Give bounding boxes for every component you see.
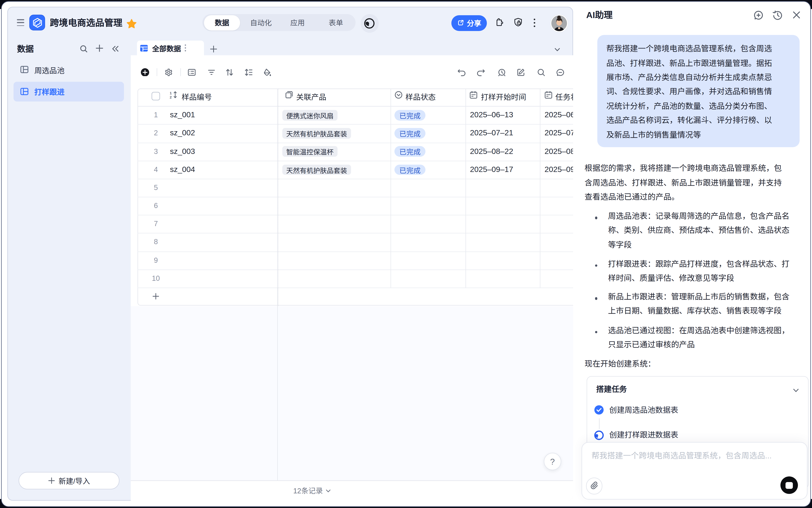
svg-text:2: 2 <box>170 95 172 99</box>
svg-text:1: 1 <box>170 91 172 95</box>
